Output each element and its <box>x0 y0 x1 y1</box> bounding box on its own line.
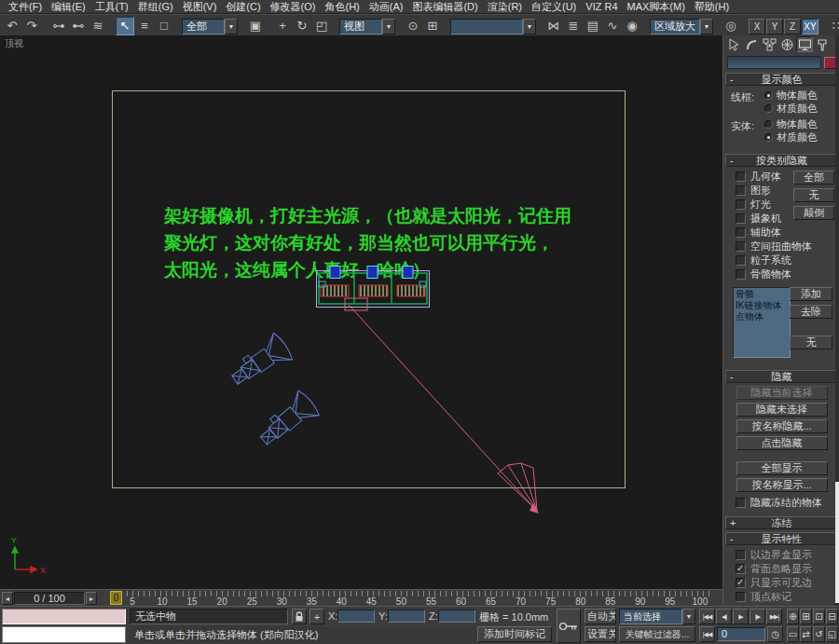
checkbox[interactable] <box>736 241 746 252</box>
bind-to-spacewarp-icon[interactable]: ≋ <box>89 17 107 35</box>
reference-coordsys-dropdown[interactable]: 视图 ▼ <box>339 19 395 34</box>
set-key-button[interactable]: 设置关键帧 <box>585 626 616 642</box>
none-button[interactable]: 无 <box>790 336 832 349</box>
tab-modify[interactable] <box>743 36 760 52</box>
hide-frozen-row[interactable]: 隐藏冻结的物体 <box>727 496 836 510</box>
solid-object-color-option[interactable]: 物体颜色 <box>764 118 818 130</box>
select-object-icon[interactable]: ↖ <box>116 17 134 35</box>
dropdown-arrow-icon[interactable]: ▼ <box>700 19 713 34</box>
play-button[interactable]: ▶ <box>733 609 749 624</box>
absolute-offset-toggle[interactable]: + <box>309 609 324 624</box>
display-property-row[interactable]: 以边界盒显示 <box>727 548 836 562</box>
axis-xy-button[interactable]: XY <box>802 19 818 34</box>
radio-icon[interactable] <box>764 104 773 113</box>
panel-scrollbar-thumb[interactable] <box>835 482 839 603</box>
mirror-icon[interactable]: ⋈ <box>544 17 563 35</box>
window-crossing-icon[interactable]: ▣ <box>246 17 265 35</box>
frame-range-next-icon[interactable]: ▸ <box>86 592 97 605</box>
checkbox[interactable] <box>736 592 746 602</box>
axis-y-button[interactable]: Y <box>766 19 783 34</box>
axis-z-button[interactable]: Z <box>784 19 801 34</box>
checkbox[interactable] <box>736 255 746 266</box>
display-property-row[interactable]: 背面忽略显示 <box>727 562 836 576</box>
checkbox[interactable] <box>736 550 746 560</box>
dropdown-arrow-icon[interactable]: ▼ <box>382 19 395 34</box>
object-name-field[interactable] <box>727 56 821 69</box>
rollout-title[interactable]: + 冻结 <box>725 516 838 529</box>
checkbox[interactable] <box>736 227 746 238</box>
tab-display[interactable] <box>796 36 813 52</box>
menu-item[interactable]: 视图(V) <box>178 1 222 13</box>
menu-item[interactable]: 群组(G) <box>133 1 178 13</box>
category-row[interactable]: 辅助体 <box>727 226 836 240</box>
key-mode-dropdown[interactable]: 当前选择 ▼ <box>619 609 695 624</box>
rollout-title[interactable]: - 按类别隐藏 <box>725 154 838 167</box>
menu-item[interactable]: 帮助(H) <box>690 1 734 13</box>
category-row[interactable]: 粒子系统 <box>727 253 836 267</box>
menu-item[interactable]: 角色(H) <box>321 1 364 13</box>
select-manipulate-icon[interactable]: ⊞ <box>423 17 442 35</box>
menu-item[interactable]: 编辑(E) <box>47 1 90 13</box>
menu-item[interactable]: 创建(C) <box>221 1 265 13</box>
zoom-icon[interactable]: ⊕ <box>787 609 799 624</box>
selection-filter-dropdown[interactable]: 全部 ▼ <box>182 19 238 34</box>
checkbox[interactable] <box>736 185 746 196</box>
select-by-name-icon[interactable]: ≡ <box>135 17 154 35</box>
time-configuration-button[interactable]: ◷ <box>767 626 783 642</box>
zoom-all-icon[interactable]: ⊞ <box>800 609 812 624</box>
menu-item[interactable]: 图表编辑器(D) <box>407 1 482 13</box>
selection-lock-button[interactable] <box>292 609 307 624</box>
selection-region-icon[interactable]: □ <box>155 17 173 35</box>
unlink-selection-icon[interactable]: ⊷ <box>69 17 88 35</box>
rollout-title[interactable]: - 隐藏 <box>725 370 838 383</box>
quick-render-icon[interactable]: ◎ <box>722 17 740 35</box>
menu-item[interactable]: 文件(F) <box>4 1 47 13</box>
hide-by-hit-button[interactable]: 点击隐藏 <box>736 436 828 450</box>
category-row[interactable]: 骨骼物体 <box>727 267 836 281</box>
wireframe-object-color-option[interactable]: 物体颜色 <box>764 89 818 102</box>
menu-item[interactable]: 自定义(U) <box>527 1 581 13</box>
viewport-top[interactable]: 顶视 架好摄像机，打好主光源，（也就是太阳光，记住用聚光灯，这对你有好处，那当然… <box>0 35 722 589</box>
display-property-row[interactable]: 顶点标记 <box>727 590 836 604</box>
menu-item[interactable]: VIZ R4 <box>581 1 622 13</box>
dropdown-arrow-icon[interactable]: ▼ <box>682 609 695 624</box>
hide-none-button[interactable]: 无 <box>793 188 834 202</box>
menu-item[interactable]: 动画(A) <box>364 1 408 13</box>
menu-item[interactable]: MAX脚本(M) <box>623 1 690 13</box>
arc-rotate-icon[interactable]: ↺ <box>813 626 825 642</box>
align-icon[interactable]: ≣ <box>564 17 583 35</box>
tab-hierarchy[interactable] <box>761 36 777 52</box>
zoom-extents-all-icon[interactable]: ⊟ <box>826 609 838 624</box>
display-property-row[interactable]: 只显示可见边 <box>727 576 836 590</box>
x-coord-field[interactable] <box>337 610 375 623</box>
zoom-extents-icon[interactable]: ⊡ <box>813 609 825 624</box>
current-frame-field[interactable]: 0 <box>717 627 765 641</box>
tab-create[interactable] <box>725 36 742 52</box>
redo-icon[interactable]: ↷ <box>22 17 41 35</box>
tab-utilities[interactable] <box>814 36 831 52</box>
zoom-mode-dropdown[interactable]: 区域放大 ▼ <box>650 19 713 34</box>
go-to-start-button[interactable]: |◀◀ <box>699 609 715 624</box>
checkbox[interactable] <box>736 171 746 182</box>
add-time-tag-button[interactable]: 添加时间标记 <box>477 626 552 642</box>
macro-recorder-pane[interactable] <box>2 609 126 624</box>
radio-icon[interactable] <box>764 91 773 100</box>
time-ruler[interactable]: 5101520253035404550556065707580859095100… <box>110 590 709 607</box>
add-button[interactable]: 添加 <box>790 287 832 301</box>
go-to-end-button[interactable]: ▶▶| <box>766 609 782 624</box>
z-coord-field[interactable] <box>438 610 475 623</box>
select-move-icon[interactable]: + <box>273 17 292 35</box>
checkbox[interactable] <box>736 269 746 280</box>
hide-unselected-button[interactable]: 隐藏未选择 <box>736 403 828 417</box>
snap-percent-icon[interactable]: ∷ <box>827 17 839 35</box>
unhide-by-name-button[interactable]: 按名称显示... <box>736 478 828 492</box>
rollout-toggle-icon[interactable]: - <box>730 371 734 382</box>
render-setup-icon[interactable]: ◉ <box>623 17 641 35</box>
tab-motion[interactable] <box>778 36 795 52</box>
rollout-toggle-icon[interactable]: - <box>730 533 734 544</box>
hide-by-name-button[interactable]: 按名称隐藏... <box>736 419 828 433</box>
key-mode-toggle-button[interactable]: |◀◀ <box>699 626 715 642</box>
rollout-title[interactable]: - 显示颜色 <box>725 73 838 86</box>
min-max-toggle-icon[interactable]: ◱ <box>826 626 838 642</box>
list-item[interactable]: IK链接物体 <box>736 300 788 311</box>
